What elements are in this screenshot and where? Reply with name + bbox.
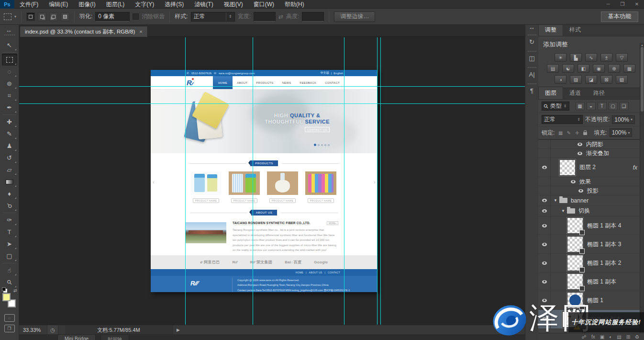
menu-item-9[interactable]: 帮助(H): [279, 0, 310, 9]
carousel-dots[interactable]: [314, 144, 330, 146]
visibility-eye-icon[interactable]: [542, 280, 547, 283]
shape-tool[interactable]: ▢: [2, 250, 17, 262]
tab-通道[interactable]: 通道: [563, 87, 587, 99]
adjustment-layer-icon[interactable]: ◐: [609, 334, 612, 340]
spot-healing-brush-tool[interactable]: ✚: [2, 116, 17, 128]
visibility-eye-icon[interactable]: [542, 166, 547, 169]
layer-row[interactable]: 内阴影: [538, 140, 644, 149]
eye-cell[interactable]: [538, 310, 551, 329]
menu-item-6[interactable]: 滤镜(T): [189, 0, 218, 9]
layer-row[interactable]: 椭圆 1 副本 3: [538, 235, 644, 254]
blend-mode-select[interactable]: 正常 ⇕: [542, 115, 583, 124]
eyedropper-tool[interactable]: ✒: [2, 102, 17, 113]
site-nav-products[interactable]: PRODUCTS: [252, 76, 278, 89]
visibility-eye-icon[interactable]: [542, 299, 547, 302]
text-layer-thumbnail[interactable]: T: [562, 311, 578, 328]
dodge-tool[interactable]: ⚲: [2, 200, 17, 212]
tool-preset-icon[interactable]: [4, 13, 11, 20]
layer-row[interactable]: Tcontact us 副本: [538, 310, 644, 329]
menu-item-4[interactable]: 文字(Y): [130, 0, 159, 9]
screen-mode-button[interactable]: ❐: [4, 325, 15, 332]
tab-close-icon[interactable]: ×: [139, 29, 142, 34]
eye-cell[interactable]: [538, 186, 551, 195]
photo-filter-icon[interactable]: ◉: [593, 64, 605, 73]
character-panel-icon[interactable]: A|: [526, 69, 538, 79]
visibility-eye-icon[interactable]: [542, 261, 547, 265]
properties-panel-icon[interactable]: ◫: [526, 53, 538, 63]
intersect-selection-mode-button[interactable]: [61, 12, 69, 21]
eye-cell[interactable]: [538, 235, 551, 253]
hand-tool[interactable]: ☝: [2, 264, 17, 276]
layer-mask-icon[interactable]: ▣: [600, 334, 604, 340]
eye-cell[interactable]: [538, 195, 551, 205]
product-card[interactable]: PRODUCT NAME: [305, 171, 336, 203]
carousel-dot-0[interactable]: [314, 144, 316, 146]
lasso-tool[interactable]: ◌: [2, 66, 17, 78]
exposure-icon[interactable]: ±: [600, 53, 612, 62]
move-tool[interactable]: ↖: [2, 39, 17, 51]
fill-value[interactable]: 100%▾: [610, 128, 633, 137]
eraser-tool[interactable]: ▱: [2, 164, 17, 176]
footer-link-contact[interactable]: CONTACT: [328, 271, 340, 274]
tab-调整[interactable]: 调整: [538, 23, 563, 36]
eye-cell[interactable]: [538, 291, 551, 309]
eye-cell[interactable]: [538, 177, 551, 186]
site-nav-home[interactable]: HOME: [213, 76, 233, 89]
eye-cell[interactable]: [538, 272, 551, 291]
eye-cell[interactable]: [538, 216, 551, 235]
gradient-tool[interactable]: [2, 176, 17, 188]
tab-图层[interactable]: 图层: [538, 87, 563, 99]
layer-thumbnail[interactable]: [567, 255, 583, 271]
color-lookup-icon[interactable]: ▦: [623, 64, 635, 73]
carousel-prev-icon[interactable]: ‹: [153, 179, 155, 185]
carousel-dot-3[interactable]: [324, 144, 326, 146]
swap-dimensions-icon[interactable]: ⇄: [278, 13, 283, 20]
product-card[interactable]: PRODUCT NAME: [190, 171, 222, 203]
layer-group-icon[interactable]: ▤: [617, 334, 621, 340]
foreground-color-swatch[interactable]: [2, 293, 11, 301]
layer-row[interactable]: ▼banner: [538, 195, 644, 206]
visibility-eye-icon[interactable]: [542, 243, 547, 246]
layer-thumbnail[interactable]: [567, 236, 583, 252]
layer-thumbnail[interactable]: [559, 159, 576, 176]
subtract-selection-mode-button[interactable]: [49, 12, 58, 21]
carousel-next-icon[interactable]: ›: [374, 179, 376, 185]
paragraph-panel-icon[interactable]: ¶: [526, 85, 538, 96]
levels-icon[interactable]: ▙: [570, 53, 582, 62]
shape-layer-filter-icon[interactable]: ▢: [609, 102, 618, 110]
layer-style-icon[interactable]: fx: [591, 334, 595, 340]
tab-路径[interactable]: 路径: [587, 87, 611, 99]
guide-horizontal[interactable]: [19, 103, 525, 104]
new-selection-mode-button[interactable]: [26, 12, 35, 21]
pen-tool[interactable]: ✑: [2, 214, 17, 226]
footer-link-home[interactable]: HOME: [296, 271, 303, 274]
layer-row[interactable]: 效果: [538, 177, 644, 186]
visibility-eye-icon[interactable]: [542, 199, 547, 202]
history-panel-icon[interactable]: ↻: [526, 36, 538, 47]
layer-thumbnail[interactable]: [567, 273, 583, 290]
link-layers-icon[interactable]: ☍: [582, 334, 587, 340]
product-name-button[interactable]: PRODUCT NAME: [269, 198, 296, 203]
visibility-eye-icon[interactable]: [577, 143, 582, 146]
curves-icon[interactable]: ∿: [585, 53, 597, 62]
layer-row[interactable]: ▼切换: [538, 206, 644, 216]
hue-saturation-icon[interactable]: ▤: [547, 64, 559, 73]
brightness-contrast-icon[interactable]: ☀: [555, 53, 566, 62]
clone-stamp-tool[interactable]: ♟: [2, 140, 17, 152]
status-flyout-icon[interactable]: ▶: [177, 328, 180, 332]
add-selection-mode-button[interactable]: [38, 12, 46, 21]
selective-color-icon[interactable]: ▧: [616, 75, 628, 84]
lock-transparency-icon[interactable]: ▦: [557, 129, 564, 136]
tab-样式[interactable]: 样式: [563, 24, 587, 36]
adjustment-layer-filter-icon[interactable]: ◒: [587, 102, 596, 110]
carousel-dot-2[interactable]: [321, 144, 323, 146]
zoom-tool[interactable]: ⚲: [2, 276, 17, 288]
product-card[interactable]: PRODUCT NAME: [229, 171, 260, 203]
layer-row[interactable]: 椭圆 1: [538, 291, 644, 310]
invert-icon[interactable]: ◑: [555, 75, 566, 84]
layer-row[interactable]: 渐变叠加: [538, 149, 644, 158]
carousel-dot-4[interactable]: [328, 144, 330, 146]
height-input[interactable]: [302, 12, 324, 22]
path-selection-tool[interactable]: ➤: [2, 238, 17, 250]
group-expander-icon[interactable]: ▼: [561, 209, 565, 213]
